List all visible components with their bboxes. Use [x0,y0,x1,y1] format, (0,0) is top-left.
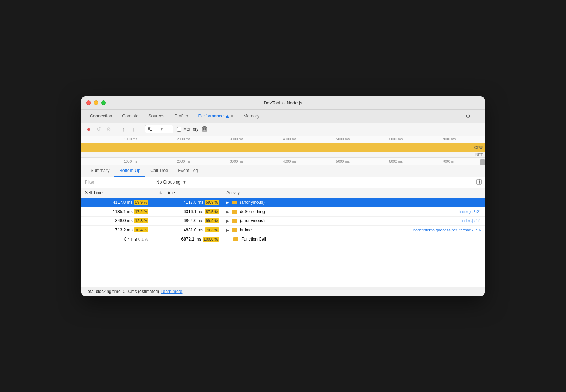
memory-checkbox[interactable]: Memory [177,127,198,132]
expand-arrow-4[interactable]: ▶ [226,228,229,232]
tab-bar: Connection Console Sources Profiler Perf… [81,110,485,123]
tab-performance-close[interactable]: ✕ [230,114,233,119]
cpu-bar: CPU [81,143,485,152]
expand-arrow-3[interactable]: ▶ [226,219,229,223]
bottom-tabs: Summary Bottom-Up Call Tree Event Log [81,165,485,177]
more-icon[interactable]: ⋮ [475,112,481,120]
table-row[interactable]: 713.2 ms 10.4 % 4831.0 ms 70.3 % ▶ hrtim… [81,226,485,235]
folder-icon-2 [232,210,237,214]
cell-self-time-1: 4117.8 ms 59.9 % [81,198,152,207]
cell-total-time-1: 4117.8 ms 59.9 % [152,198,223,207]
cell-total-time-4: 4831.0 ms 70.3 % [152,226,223,235]
window-title: DevTools - Node.js [264,100,302,105]
upload-button[interactable]: ↑ [120,125,128,133]
ruler-label-3000: 3000 ms [230,137,243,141]
cell-self-time-3: 848.0 ms 12.3 % [81,217,152,225]
self-time-ms-3: 848.0 ms [115,218,132,223]
status-text: Total blocking time: 0.00ms (estimated) [86,289,159,294]
ruler-label-5000: 5000 ms [336,137,350,141]
profile-num: #1 [148,127,158,132]
tab-bottom-up[interactable]: Bottom-Up [114,165,145,177]
activity-name-4: hrtime [240,227,252,232]
ruler-label-6000: 6000 ms [389,137,403,141]
expand-arrow-2[interactable]: ▶ [226,210,229,214]
activity-link-4[interactable]: node:internal/process/per_thread:79:16 [413,228,481,232]
net-bar: NET [81,152,485,158]
cell-activity-2: ▶ doSomething index.js:8:21 [223,207,485,216]
tab-performance[interactable]: Performance ✕ [194,111,239,121]
tab-summary[interactable]: Summary [86,165,114,177]
total-time-ms-2: 6016.1 ms [184,209,203,214]
expand-arrow-1[interactable]: ▶ [226,201,229,204]
sidebar-toggle-button[interactable] [476,179,485,186]
grouping-dropdown[interactable]: No Grouping ▼ [152,180,476,185]
svg-marker-0 [226,115,229,118]
timeline-ruler-top: 1000 ms 2000 ms 3000 ms 4000 ms 5000 ms … [81,136,485,143]
tab-sources[interactable]: Sources [143,111,169,121]
self-time-pct-5: 0.1 % [138,237,148,241]
reload-button[interactable]: ↺ [95,125,103,133]
tab-event-log[interactable]: Event Log [173,165,203,177]
filter-input[interactable] [81,177,152,188]
data-table: Self Time Total Time Activity 4117.8 ms … [81,188,485,287]
header-total-time: Total Time [152,188,223,198]
self-time-ms-4: 713.2 ms [115,227,132,232]
record-button[interactable]: ● [85,125,93,133]
minimize-button[interactable] [94,100,98,105]
tab-connection[interactable]: Connection [85,111,117,121]
self-time-pct-2: 17.2 % [134,209,148,214]
folder-icon-4 [232,228,237,232]
learn-more-link[interactable]: Learn more [161,289,182,294]
cell-total-time-3: 6864.0 ms 99.9 % [152,217,223,225]
cell-total-time-5: 6872.1 ms 100.0 % [152,235,223,244]
cell-self-time-4: 713.2 ms 10.4 % [81,226,152,235]
cell-self-time-5: 8.4 ms 0.1 % [81,235,152,244]
clear-button[interactable]: ⊘ [105,125,112,133]
net-label: NET [475,153,483,157]
trash-icon [202,126,207,132]
tab-call-tree[interactable]: Call Tree [145,165,173,177]
download-button[interactable]: ↓ [130,125,138,133]
table-row[interactable]: 1185.1 ms 17.2 % 6016.1 ms 87.5 % ▶ doSo… [81,207,485,217]
timeline: 1000 ms 2000 ms 3000 ms 4000 ms 5000 ms … [81,136,485,165]
profile-selector[interactable]: #1 ▾ [145,125,173,133]
ruler-label-2000: 2000 ms [177,137,190,141]
self-time-pct-1: 59.9 % [134,200,148,205]
total-time-ms-1: 4117.8 ms [184,200,203,205]
ruler-bottom-2000: 2000 ms [177,160,190,163]
close-button[interactable] [86,100,91,105]
table-row[interactable]: 8.4 ms 0.1 % 6872.1 ms 100.0 % Function … [81,235,485,244]
cpu-label: CPU [474,145,483,150]
memory-checkbox-input[interactable] [177,127,181,132]
settings-icon[interactable]: ⚙ [466,113,470,120]
tab-separator [267,113,267,120]
activity-name-2: doSomething [240,209,265,214]
timeline-scrollbar-thumb[interactable] [480,159,485,165]
timeline-ruler-bottom: 1000 ms 2000 ms 3000 ms 4000 ms 5000 ms … [81,158,485,165]
table-row[interactable]: 4117.8 ms 59.9 % 4117.8 ms 59.9 % ▶ (ano… [81,198,485,207]
maximize-button[interactable] [101,100,106,105]
total-time-ms-5: 6872.1 ms [181,237,201,242]
ruler-label-1000: 1000 ms [124,137,137,141]
activity-link-3[interactable]: index.js:1:1 [461,219,481,223]
delete-button[interactable] [202,126,207,133]
ruler-bottom-6000: 6000 ms [389,160,403,163]
activity-link-2[interactable]: index.js:8:21 [459,209,481,214]
ruler-bottom-4000: 4000 ms [283,160,296,163]
ruler-bottom-5000: 5000 ms [336,160,350,163]
grouping-label: No Grouping [156,180,180,185]
grouping-arrow-icon: ▼ [183,180,186,184]
ruler-label-7000: 7000 ms [442,137,456,141]
tab-memory[interactable]: Memory [238,111,264,121]
activity-name-5: Function Call [241,237,266,242]
header-self-time: Self Time [81,188,152,198]
table-row[interactable]: 848.0 ms 12.3 % 6864.0 ms 99.9 % ▶ (anon… [81,217,485,226]
cell-total-time-2: 6016.1 ms 87.5 % [152,207,223,216]
tab-console[interactable]: Console [117,111,143,121]
tab-profiler[interactable]: Profiler [169,111,194,121]
self-time-pct-3: 12.3 % [134,218,148,223]
self-time-ms-1: 4117.8 ms [113,200,133,205]
panel-toggle-icon [476,179,482,185]
toolbar: ● ↺ ⊘ ↑ ↓ #1 ▾ Memory [81,123,485,136]
dropdown-chevron-icon: ▾ [161,127,171,132]
